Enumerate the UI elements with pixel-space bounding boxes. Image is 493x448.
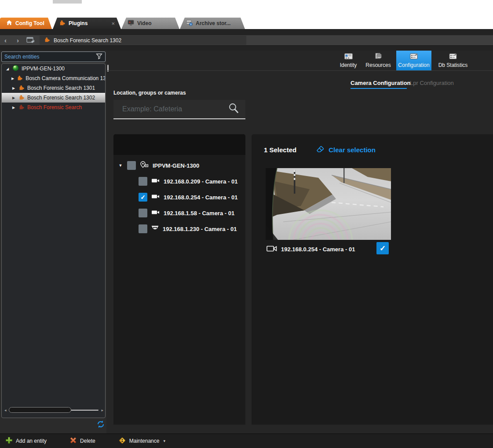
tab-plugins-label: Plugins xyxy=(69,20,88,26)
breadcrumb[interactable]: Bosch Forensic Search 1302 xyxy=(40,36,246,45)
puzzle-icon xyxy=(17,75,23,82)
subtab-lpr-configuration[interactable]: Lpr Configuration xyxy=(410,80,454,86)
puzzle-icon xyxy=(44,37,50,44)
tree-item-label: Bosch Forensic Search 1302 xyxy=(27,95,95,101)
tab-resources[interactable]: Resources xyxy=(364,51,393,70)
camera-checkbox[interactable] xyxy=(139,177,147,186)
puzzle-icon xyxy=(59,19,66,27)
search-entities-input[interactable]: Search entities xyxy=(1,51,106,62)
tabbar-shadow-strip xyxy=(0,29,493,35)
archive-storage-icon xyxy=(186,20,193,27)
tab-plugins[interactable]: Plugins × xyxy=(53,18,121,29)
area-map-icon xyxy=(140,161,149,170)
camera-row-label: 192.168.0.254 - Camera - 01 xyxy=(164,194,237,201)
report-window-icon[interactable] xyxy=(26,35,35,45)
camera-thumbnail[interactable] xyxy=(266,168,391,240)
window-drag-grip xyxy=(53,0,82,4)
tab-db-statistics[interactable]: Db Statistics xyxy=(435,51,471,70)
camera-row-label: 192.168.0.209 - Camera - 01 xyxy=(164,178,237,185)
search-icon[interactable] xyxy=(228,103,239,116)
home-icon xyxy=(6,20,12,27)
expander-collapsed-icon[interactable]: ▶ xyxy=(11,77,14,81)
camera-row[interactable]: 192.168.1.58 - Camera - 01 xyxy=(113,207,245,219)
navigation-bar: ‹ › Bosch Forensic Search 1302 xyxy=(0,35,493,45)
camera-row-label: 192.168.1.230 - Camera - 01 xyxy=(163,226,237,232)
resources-stack-icon xyxy=(374,53,382,61)
camera-search-label: Location, groups or cameras xyxy=(113,90,186,96)
subtab-active-underline xyxy=(351,88,407,89)
task-tabbar: Config Tool Plugins × Video Archive stor… xyxy=(0,18,493,29)
entity-action-bar: Add an entity Delete Maintenance ▾ xyxy=(0,433,493,448)
camera-tree-header xyxy=(113,134,245,155)
delete-label: Delete xyxy=(80,438,95,444)
camera-row[interactable]: 192.168.0.209 - Camera - 01 xyxy=(113,175,245,187)
horizontal-scrollbar[interactable]: ◂ ▸ xyxy=(4,407,103,413)
identity-card-icon xyxy=(344,53,353,61)
dome-camera-icon xyxy=(151,225,159,233)
subtab-camera-configuration[interactable]: Camera Configuration xyxy=(351,80,411,86)
scroll-left-icon[interactable]: ◂ xyxy=(4,408,7,412)
thumbnail-checkbox-checked[interactable]: ✓ xyxy=(376,242,389,254)
tab-identity-label: Identity xyxy=(340,62,357,68)
expander-collapsed-icon[interactable]: ▶ xyxy=(11,96,16,100)
close-icon[interactable]: × xyxy=(111,20,115,27)
puzzle-icon xyxy=(18,94,25,102)
chevron-down-icon: ▾ xyxy=(163,439,165,443)
tab-configuration[interactable]: Configuration xyxy=(396,51,431,70)
entity-sidebar: Search entities ◢ IPPVM-GEN-1300 ▶ Bosch… xyxy=(0,51,106,433)
delete-x-icon xyxy=(69,437,77,445)
scrollbar-thumb[interactable] xyxy=(9,407,71,413)
tab-archive-storage[interactable]: Archive stor... xyxy=(180,18,245,29)
puzzle-icon xyxy=(18,104,25,111)
selection-panel: 1 Selected Clear selection xyxy=(252,134,493,425)
tab-video-label: Video xyxy=(137,20,151,26)
maintenance-menu-button[interactable]: Maintenance ▾ xyxy=(113,434,171,448)
monitor-icon xyxy=(128,20,134,27)
expander-expanded-icon[interactable]: ◢ xyxy=(5,67,10,71)
expander-collapsed-icon[interactable]: ▶ xyxy=(11,106,16,110)
tree-item-plugin[interactable]: ▶ Bosch Forensic Search 1301 xyxy=(2,83,105,93)
tabs-divider xyxy=(106,70,493,71)
camera-checkbox[interactable] xyxy=(139,209,147,217)
camera-row-checked[interactable]: ✓ 192.168.0.254 - Camera - 01 xyxy=(113,191,245,203)
tab-config-tool[interactable]: Config Tool xyxy=(0,18,52,29)
back-button[interactable]: ‹ xyxy=(4,35,7,45)
tab-config-tool-label: Config Tool xyxy=(15,20,44,26)
tree-item-root-label: IPPVM-GEN-1300 xyxy=(22,66,65,72)
tab-configuration-label: Configuration xyxy=(398,62,429,68)
tab-identity[interactable]: Identity xyxy=(336,51,361,70)
tree-item-label: Bosch Forensic Search 1301 xyxy=(27,85,95,91)
tab-resources-label: Resources xyxy=(365,62,391,68)
plugin-config-area: Identity Resources Configuration Db Stat… xyxy=(106,51,493,433)
clear-selection-button[interactable]: Clear selection xyxy=(316,145,376,154)
root-checkbox[interactable] xyxy=(127,161,136,170)
plus-icon xyxy=(5,437,13,445)
maintenance-diamond-icon xyxy=(118,437,126,446)
scroll-right-icon[interactable]: ▸ xyxy=(101,408,103,412)
filter-funnel-icon[interactable] xyxy=(96,53,102,61)
expander-collapsed-icon[interactable]: ▶ xyxy=(11,86,16,90)
eraser-icon xyxy=(316,145,325,154)
tree-item-root[interactable]: ◢ IPPVM-GEN-1300 xyxy=(2,64,105,73)
entity-tree: ◢ IPPVM-GEN-1300 ▶ Bosch Camera Communic… xyxy=(1,63,106,418)
camera-checkbox-checked[interactable]: ✓ xyxy=(139,193,147,202)
puzzle-icon xyxy=(18,84,25,92)
camera-row[interactable]: 192.168.1.230 - Camera - 01 xyxy=(113,223,245,235)
refresh-icon[interactable] xyxy=(96,420,105,429)
tree-item-plugin[interactable]: ▶ Bosch Camera Communication 1302 xyxy=(2,73,105,83)
camera-search-input[interactable]: Example: Cafeteria xyxy=(113,100,245,119)
box-camera-icon xyxy=(151,178,160,185)
tab-video[interactable]: Video xyxy=(121,18,179,29)
tree-item-plugin-selected[interactable]: ▶ Bosch Forensic Search 1302 xyxy=(2,93,105,103)
server-globe-icon xyxy=(12,65,19,73)
tree-item-plugin-error[interactable]: ▶ Bosch Forensic Search xyxy=(2,103,105,112)
navigation-shadow-strip xyxy=(0,45,493,51)
forward-button[interactable]: › xyxy=(17,35,19,45)
add-entity-button[interactable]: Add an entity xyxy=(0,434,52,448)
camera-tree-root-row[interactable]: ▼ IPPVM-GEN-1300 xyxy=(113,159,245,172)
tree-item-label: Bosch Forensic Search xyxy=(27,104,82,110)
camera-checkbox[interactable] xyxy=(139,224,147,233)
delete-button[interactable]: Delete xyxy=(64,434,101,448)
maintenance-label: Maintenance xyxy=(129,438,160,444)
chevron-down-icon[interactable]: ▼ xyxy=(118,163,123,168)
